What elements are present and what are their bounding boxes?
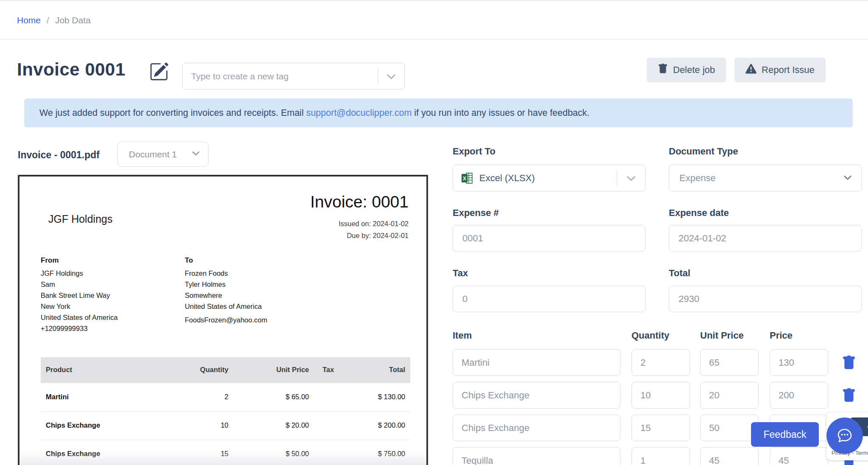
quantity-column-header: Quantity — [632, 330, 669, 341]
item-name-input[interactable] — [453, 382, 620, 409]
chat-bubble-icon — [834, 424, 856, 448]
document-chevron-down-icon — [191, 148, 200, 160]
trash-icon — [658, 64, 668, 76]
table-row: Martini 2 $ 65.00 $ 130.00 — [41, 383, 410, 411]
tag-chevron-down-icon[interactable] — [378, 71, 404, 82]
export-to-select[interactable]: X Excel (XLSX) — [453, 165, 645, 191]
warning-icon — [746, 63, 757, 77]
total-input[interactable] — [669, 286, 862, 312]
tax-input[interactable] — [453, 286, 645, 312]
tag-input[interactable] — [183, 71, 378, 81]
breadcrumb-current: Job Data — [55, 15, 91, 25]
breadcrumb-separator: / — [47, 15, 49, 25]
item-unit-price-input[interactable] — [700, 415, 759, 441]
document-type-select[interactable]: Expense — [669, 165, 862, 191]
document-selector-value: Document 1 — [129, 149, 177, 160]
item-quantity-input[interactable] — [632, 415, 690, 441]
report-issue-button[interactable]: Report Issue — [734, 58, 826, 82]
total-label: Total — [669, 268, 690, 279]
price-column-header: Price — [770, 330, 793, 341]
delete-job-button[interactable]: Delete job — [647, 58, 726, 82]
export-chevron-down-icon[interactable] — [617, 173, 645, 184]
document-type-label: Document Type — [669, 146, 738, 157]
item-name-input[interactable] — [453, 349, 620, 376]
support-email-link[interactable]: support@docuclipper.com — [306, 108, 412, 118]
table-row: Chips Exchange 10 $ 20.00 $ 200.00 — [41, 411, 410, 440]
invoice-company: JGF Holdings — [48, 213, 112, 225]
svg-text:X: X — [463, 176, 466, 182]
invoice-to-block: To Frozen Foods Tyler Holmes Somewhere U… — [185, 255, 267, 325]
delete-row-icon[interactable] — [842, 388, 856, 403]
export-to-label: Export To — [453, 146, 495, 157]
expense-date-input[interactable] — [669, 225, 862, 252]
invoice-from-block: From JGF Holdings Sam Bank Street Lime W… — [41, 255, 118, 334]
item-price-input[interactable] — [770, 447, 828, 465]
page-title: Invoice 0001 — [17, 59, 125, 80]
invoice-issued-on: Issued on: 2024-01-02 — [339, 220, 409, 228]
header-actions: Delete job Report Issue — [647, 58, 826, 82]
breadcrumb: Home / Job Data — [17, 15, 91, 25]
unit-price-column-header: Unit Price — [700, 330, 744, 341]
item-quantity-input[interactable] — [632, 349, 690, 376]
banner-text-after: if you run into any issues or have feedb… — [412, 108, 590, 118]
document-type-chevron-down-icon — [843, 172, 853, 184]
item-column-header: Item — [453, 330, 472, 341]
pdf-preview: JGF Holdings Invoice: 0001 Issued on: 20… — [18, 175, 428, 465]
file-name: Invoice - 0001.pdf — [18, 149, 100, 161]
invoice-line-items-table: Product Quantity Unit Price Tax Total Ma… — [41, 357, 410, 465]
chat-widget-button[interactable] — [826, 417, 863, 454]
delete-row-icon[interactable] — [842, 356, 856, 370]
report-issue-label: Report Issue — [762, 64, 815, 76]
invoice-title: Invoice: 0001 — [310, 193, 409, 211]
document-selector[interactable]: Document 1 — [117, 142, 209, 167]
edit-title-icon[interactable] — [149, 62, 169, 83]
banner-text-before: We just added support for converting inv… — [39, 108, 306, 118]
breadcrumb-home-link[interactable]: Home — [17, 15, 41, 25]
item-quantity-input[interactable] — [632, 382, 690, 409]
expense-number-label: Expense # — [453, 207, 499, 218]
tax-label: Tax — [453, 268, 468, 279]
info-banner: We just added support for converting inv… — [24, 98, 853, 127]
table-row: Chips Exchange 15 $ 50.00 $ 750.00 — [41, 440, 410, 465]
delete-job-label: Delete job — [673, 64, 715, 76]
document-type-value: Expense — [679, 173, 716, 184]
item-price-input[interactable] — [770, 382, 828, 409]
item-quantity-input[interactable] — [632, 447, 690, 465]
expense-number-input[interactable] — [453, 225, 645, 252]
top-bar: Home / Job Data — [0, 0, 868, 40]
export-to-value: Excel (XLSX) — [479, 173, 617, 184]
item-price-input[interactable] — [770, 349, 828, 376]
item-unit-price-input[interactable] — [700, 349, 759, 376]
invoice-due-by: Due by: 2024-02-01 — [347, 232, 409, 240]
expense-date-label: Expense date — [669, 207, 729, 218]
excel-icon: X — [461, 172, 473, 185]
tag-input-container — [182, 63, 405, 90]
item-unit-price-input[interactable] — [700, 382, 759, 409]
item-unit-price-input[interactable] — [700, 447, 759, 465]
item-name-input[interactable] — [453, 415, 620, 441]
page: Home / Job Data Invoice 0001 Delete job — [0, 0, 868, 465]
item-name-input[interactable] — [453, 447, 620, 465]
feedback-button[interactable]: Feedback — [751, 422, 819, 447]
